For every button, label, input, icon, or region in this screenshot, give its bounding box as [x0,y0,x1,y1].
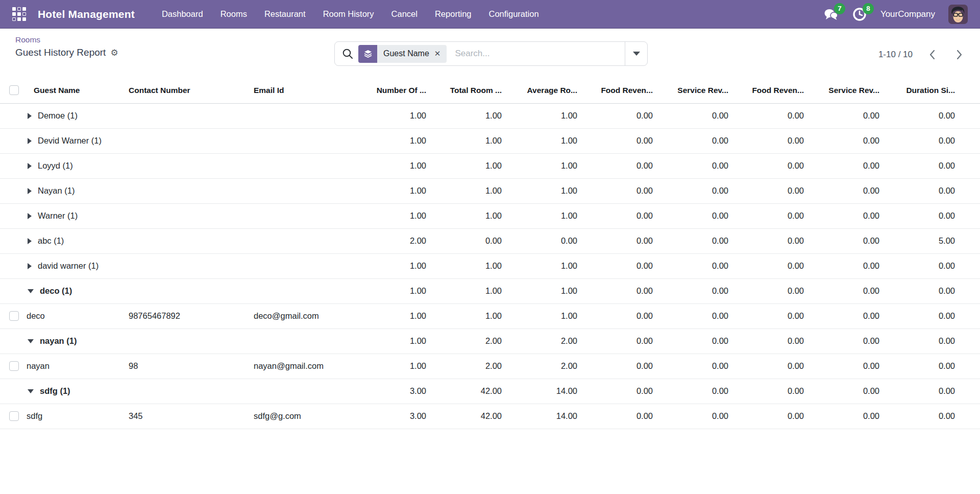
value-cell: 0.00 [809,379,885,404]
caret-right-icon[interactable] [28,238,32,244]
column-header-email-id[interactable]: Email Id [254,78,356,103]
caret-right-icon[interactable] [28,263,32,269]
select-all-checkbox[interactable] [9,85,19,95]
nav-item-room-history[interactable]: Room History [316,5,381,23]
value-cell: 0.00 [809,178,885,203]
value-cell: 0.00 [507,228,582,253]
column-header-service-rev[interactable]: Service Rev... [809,78,885,103]
value-cell: 0.00 [658,278,733,303]
pager-previous-button[interactable] [926,47,939,62]
search-bar[interactable]: Guest Name ✕ Search... [334,41,648,66]
pager-next-button[interactable] [952,47,966,62]
value-cell: 0.00 [582,354,658,379]
row-checkbox[interactable] [9,411,19,421]
nav-item-restaurant[interactable]: Restaurant [258,5,312,23]
messages-count-badge: 7 [834,3,845,14]
caret-right-icon[interactable] [28,113,32,119]
empty-cell [254,328,356,354]
column-header-duration-si[interactable]: Duration Si... [885,78,960,103]
column-header-service-rev[interactable]: Service Rev... [658,78,733,103]
user-avatar[interactable] [948,5,968,24]
group-row-spacer [0,278,22,303]
record-row-nayan[interactable]: nayan98nayan@gmail.com1.002.002.000.000.… [0,354,980,379]
caret-down-icon[interactable] [28,339,34,343]
breadcrumb[interactable]: Rooms [15,35,118,44]
column-header-total-room[interactable]: Total Room ... [431,78,507,103]
caret-down-icon[interactable] [28,289,34,293]
value-cell: 0.00 [582,278,658,303]
activities-button[interactable]: 8 [852,7,867,22]
group-label: sdfg (1) [40,386,70,396]
value-cell: 1.00 [431,103,507,128]
value-cell: 0.00 [885,128,960,153]
record-row-deco[interactable]: deco98765467892deco@gmail.com1.001.001.0… [0,303,980,328]
group-row-nayan-1[interactable]: Nayan (1)1.001.001.000.000.000.000.000.0… [0,178,980,203]
top-navbar: Hotel Management DashboardRoomsRestauran… [0,0,980,29]
record-row-sdfg[interactable]: sdfg345sdfg@g.com3.0042.0014.000.000.000… [0,404,980,429]
row-checkbox[interactable] [9,361,19,371]
value-cell: 0.00 [658,153,733,178]
empty-cell [254,203,356,228]
guest-name-cell: deco [27,311,45,320]
caret-right-icon[interactable] [28,213,32,219]
group-row-spacer [0,253,22,278]
apps-grid-icon[interactable] [12,7,27,21]
value-cell: 0.00 [582,178,658,203]
caret-down-icon[interactable] [28,389,34,393]
column-header-average-ro[interactable]: Average Ro... [507,78,582,103]
group-row-spacer [0,228,22,253]
email-cell: sdfg@g.com [254,404,356,429]
empty-cell [254,178,356,203]
group-row-deco-1[interactable]: deco (1)1.001.001.000.000.000.000.000.00 [0,278,980,303]
group-row-loyyd-1[interactable]: Loyyd (1)1.001.001.000.000.000.000.000.0… [0,153,980,178]
group-row-warner-1[interactable]: Warner (1)1.001.001.000.000.000.000.000.… [0,203,980,228]
caret-right-icon[interactable] [28,188,32,194]
group-row-devid-warner-1[interactable]: Devid Warner (1)1.001.001.000.000.000.00… [0,128,980,153]
search-input[interactable]: Search... [455,49,625,59]
value-cell: 1.00 [507,153,582,178]
column-header-food-reven[interactable]: Food Reven... [582,78,658,103]
value-cell: 0.00 [809,253,885,278]
nav-item-configuration[interactable]: Configuration [482,5,545,23]
group-row-sdfg-1[interactable]: sdfg (1)3.0042.0014.000.000.000.000.000.… [0,379,980,404]
row-spacer [960,103,980,128]
empty-cell [129,278,254,303]
group-row-abc-1[interactable]: abc (1)2.000.000.000.000.000.000.005.00 [0,228,980,253]
messages-button[interactable]: 7 [823,7,839,22]
value-cell: 1.00 [356,328,431,354]
caret-right-icon[interactable] [28,138,32,144]
column-header-food-reven[interactable]: Food Reven... [733,78,809,103]
value-cell: 42.00 [431,379,507,404]
empty-cell [254,128,356,153]
group-label: david warner (1) [38,261,99,271]
value-cell: 0.00 [809,103,885,128]
value-cell: 2.00 [507,328,582,354]
group-row-spacer [0,153,22,178]
nav-item-dashboard[interactable]: Dashboard [155,5,210,23]
column-header-number-of[interactable]: Number Of ... [356,78,431,103]
column-header-guest-name[interactable]: Guest Name [22,78,129,103]
group-row-demoe-1[interactable]: Demoe (1)1.001.001.000.000.000.000.000.0… [0,103,980,128]
nav-item-cancel[interactable]: Cancel [385,5,424,23]
guest-name-cell: nayan [27,361,50,370]
row-spacer [960,404,980,429]
value-cell: 0.00 [582,103,658,128]
gear-icon[interactable]: ⚙ [110,49,118,57]
nav-item-reporting[interactable]: Reporting [428,5,478,23]
company-switcher[interactable]: YourCompany [880,9,935,19]
nav-item-rooms[interactable]: Rooms [214,5,254,23]
value-cell: 1.00 [356,278,431,303]
group-row-spacer [0,178,22,203]
caret-right-icon[interactable] [28,163,32,169]
value-cell: 42.00 [431,404,507,429]
value-cell: 3.00 [356,404,431,429]
facet-close-icon[interactable]: ✕ [434,49,441,58]
value-cell: 0.00 [582,128,658,153]
value-cell: 5.00 [885,228,960,253]
group-row-nayan-1[interactable]: nayan (1)1.002.002.000.000.000.000.000.0… [0,328,980,354]
row-checkbox[interactable] [9,311,19,321]
search-dropdown-toggle[interactable] [625,42,647,65]
column-header-contact-number[interactable]: Contact Number [129,78,254,103]
search-facet-groupby[interactable]: Guest Name ✕ [358,45,447,63]
group-row-david-warner-1[interactable]: david warner (1)1.001.001.000.000.000.00… [0,253,980,278]
